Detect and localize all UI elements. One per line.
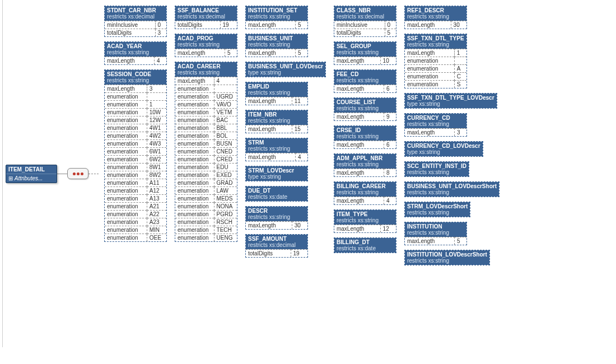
- table-row: totalDigits5: [334, 29, 396, 37]
- entity-box[interactable]: STRM_LOVDescrtype xs:string: [245, 166, 308, 181]
- entity-subtitle: restricts xs:string: [407, 41, 464, 48]
- entity-box[interactable]: ITEM_NBRrestricts xs:stringmaxLength15: [245, 110, 308, 133]
- entity-box[interactable]: BUSINESS_UNIT_LOVDescrShortrestricts xs:…: [404, 181, 500, 197]
- facet-table: maxLength10: [334, 57, 396, 64]
- facet-key: enumeration: [175, 211, 214, 218]
- facet-value: LAW: [214, 187, 237, 195]
- sequence-icon[interactable]: [67, 168, 88, 179]
- entity-box[interactable]: INSTITUTION_SETrestricts xs:stringmaxLen…: [245, 6, 308, 29]
- entity-subtitle: restricts xs:decimal: [178, 13, 235, 20]
- table-row: enumerationC: [405, 73, 466, 81]
- entity-box[interactable]: INSTITUTIONrestricts xs:stringmaxLength5: [404, 222, 467, 245]
- entity-name: FEE_CD: [337, 71, 394, 77]
- facet-table: maxLength5: [405, 237, 466, 245]
- facet-key: enumeration: [105, 164, 147, 171]
- table-row: enumerationA23: [105, 218, 166, 226]
- facet-key: enumeration: [105, 203, 147, 211]
- facet-value: 19: [291, 250, 307, 258]
- facet-value: VETM: [214, 109, 237, 116]
- entity-box[interactable]: REF1_DESCRrestricts xs:stringmaxLength30: [404, 6, 467, 29]
- table-row: enumerationBBL: [175, 124, 237, 132]
- entity-box[interactable]: SSF_BALANCErestricts xs:decimaltotalDigi…: [175, 6, 237, 29]
- facet-key: maxLength: [334, 85, 384, 93]
- table-row: enumerationA21: [105, 203, 166, 211]
- facet-key: enumeration: [175, 203, 214, 211]
- facet-value: CNED: [214, 148, 237, 156]
- root-attributes[interactable]: Attributes...: [6, 174, 57, 183]
- table-row: enumerationUGRD: [175, 93, 237, 101]
- entity-header: INSTITUTIONrestricts xs:string: [405, 222, 466, 237]
- facet-key: totalDigits: [175, 21, 220, 29]
- entity-box[interactable]: SEL_GROUPrestricts xs:stringmaxLength10: [334, 41, 396, 65]
- table-row: enumeration: [405, 57, 466, 65]
- entity-box[interactable]: BILLING_CAREERrestricts xs:stringmaxLeng…: [334, 181, 396, 205]
- facet-table: maxLength3enumerationenumeration1enumera…: [105, 85, 166, 241]
- entity-box[interactable]: EMPLIDrestricts xs:stringmaxLength11: [245, 82, 308, 105]
- facet-value: C: [454, 73, 466, 81]
- entity-box[interactable]: BUSINESS_UNIT_LOVDescrtype xs:string: [245, 62, 326, 77]
- entity-box[interactable]: ADM_APPL_NBRrestricts xs:stringmaxLength…: [334, 153, 396, 177]
- entity-header: SEL_GROUPrestricts xs:string: [334, 42, 396, 57]
- entity-subtitle: restricts xs:string: [337, 161, 394, 167]
- entity-subtitle: restricts xs:string: [248, 41, 305, 48]
- entity-box[interactable]: BILLING_DTrestricts xs:date: [334, 237, 396, 253]
- entity-box[interactable]: SSF_TXN_DTL_TYPE_LOVDescrtype xs:string: [404, 93, 497, 109]
- entity-box[interactable]: SSF_AMOUNTrestricts xs:decimaltotalDigit…: [245, 234, 308, 258]
- facet-key: maxLength: [405, 21, 451, 29]
- entity-box[interactable]: STDNT_CAR_NBRrestricts xs:decimalminIncl…: [104, 6, 167, 37]
- column: INSTITUTION_SETrestricts xs:stringmaxLen…: [245, 6, 326, 258]
- entity-box[interactable]: CURRENCY_CD_LOVDescrtype xs:string: [404, 141, 483, 157]
- entity-box[interactable]: FEE_CDrestricts xs:stringmaxLength6: [334, 69, 396, 93]
- entity-subtitle: restricts xs:string: [407, 230, 464, 236]
- table-row: maxLength6: [334, 85, 396, 93]
- entity-box[interactable]: COURSE_LISTrestricts xs:stringmaxLength9: [334, 97, 396, 121]
- facet-key: enumeration: [175, 218, 214, 226]
- table-row: enumerationLAW: [175, 187, 237, 195]
- facet-value: 12W: [147, 116, 166, 124]
- entity-box[interactable]: STRM_LOVDescrShortrestricts xs:string: [404, 202, 470, 217]
- facet-value: 9: [384, 113, 395, 121]
- table-row: maxLength8: [334, 169, 396, 177]
- facet-table: minInclusive0totalDigits5: [334, 21, 396, 36]
- entity-box[interactable]: BUSINESS_UNITrestricts xs:stringmaxLengt…: [245, 34, 308, 57]
- facet-table: maxLength5: [246, 21, 307, 29]
- root-entity[interactable]: ITEM_DETAIL Attributes...: [6, 165, 57, 183]
- entity-box[interactable]: INSTITUTION_LOVDescrShortrestricts xs:st…: [404, 250, 490, 265]
- entity-box[interactable]: DESCRrestricts xs:stringmaxLength30: [245, 206, 308, 230]
- entity-name: INSTITUTION_SET: [248, 7, 305, 13]
- entity-box[interactable]: SSF_TXN_DTL_TYPErestricts xs:stringmaxLe…: [404, 34, 467, 88]
- entity-box[interactable]: CRSE_IDrestricts xs:stringmaxLength6: [334, 125, 396, 149]
- facet-key: enumeration: [175, 116, 214, 124]
- facet-value: 4: [296, 153, 307, 161]
- entity-subtitle: restricts xs:string: [248, 13, 305, 20]
- table-row: enumerationNONA: [175, 203, 237, 211]
- table-row: maxLength5: [175, 49, 237, 57]
- entity-box[interactable]: ACAD_YEARrestricts xs:stringmaxLength4: [104, 41, 167, 65]
- entity-subtitle: restricts xs:string: [337, 49, 394, 55]
- table-row: enumeration4W1: [105, 124, 166, 132]
- entity-box[interactable]: DUE_DTrestricts xs:date: [245, 186, 308, 202]
- facet-value: 4: [214, 77, 237, 85]
- entity-header: INSTITUTION_SETrestricts xs:string: [246, 6, 307, 21]
- entity-box[interactable]: ITEM_TYPErestricts xs:stringmaxLength12: [334, 209, 396, 233]
- facet-table: maxLength6: [334, 85, 396, 92]
- facet-key: enumeration: [175, 93, 214, 101]
- facet-key: minInclusive: [334, 21, 385, 29]
- facet-value: 5: [296, 49, 307, 57]
- entity-header: BUSINESS_UNIT_LOVDescrtype xs:string: [246, 62, 325, 77]
- facet-value: 6: [384, 141, 395, 149]
- facet-table: maxLength5: [246, 49, 307, 57]
- entity-box[interactable]: STRMrestricts xs:stringmaxLength4: [245, 138, 308, 161]
- entity-box[interactable]: CURRENCY_CDrestricts xs:stringmaxLength3: [404, 113, 467, 137]
- entity-box[interactable]: CLASS_NBRrestricts xs:decimalminInclusiv…: [334, 6, 396, 37]
- facet-key: enumeration: [405, 65, 454, 73]
- entity-box[interactable]: ACAD_CAREERrestricts xs:stringmaxLength4…: [175, 62, 237, 242]
- facet-key: maxLength: [246, 49, 296, 57]
- entity-box[interactable]: SESSION_CODErestricts xs:stringmaxLength…: [104, 69, 167, 242]
- table-row: minInclusive0: [105, 21, 166, 29]
- entity-box[interactable]: SCC_ENTITY_INST_IDrestricts xs:string: [404, 161, 469, 177]
- facet-value: 4: [155, 57, 166, 65]
- entity-box[interactable]: ACAD_PROGrestricts xs:stringmaxLength5: [175, 34, 237, 57]
- table-row: enumeration4W3: [105, 140, 166, 148]
- facet-key: enumeration: [175, 234, 214, 242]
